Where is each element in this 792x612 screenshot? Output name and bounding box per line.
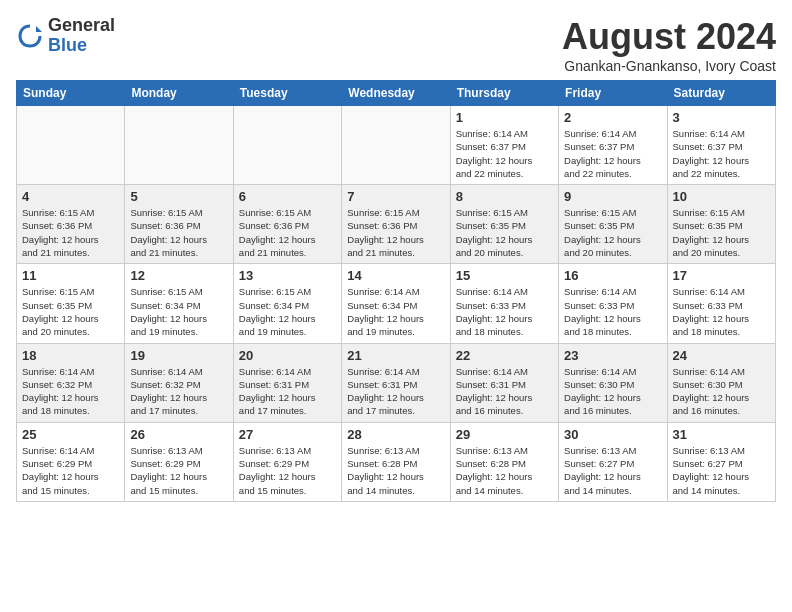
day-info: Sunrise: 6:13 AM Sunset: 6:29 PM Dayligh… bbox=[130, 444, 227, 497]
logo-text: General Blue bbox=[48, 16, 115, 56]
logo-icon bbox=[16, 22, 44, 50]
calendar-week-row: 11Sunrise: 6:15 AM Sunset: 6:35 PM Dayli… bbox=[17, 264, 776, 343]
day-number: 18 bbox=[22, 348, 119, 363]
weekday-header-wednesday: Wednesday bbox=[342, 81, 450, 106]
day-info: Sunrise: 6:15 AM Sunset: 6:35 PM Dayligh… bbox=[673, 206, 770, 259]
day-number: 10 bbox=[673, 189, 770, 204]
calendar-week-row: 25Sunrise: 6:14 AM Sunset: 6:29 PM Dayli… bbox=[17, 422, 776, 501]
calendar-cell: 20Sunrise: 6:14 AM Sunset: 6:31 PM Dayli… bbox=[233, 343, 341, 422]
calendar-cell: 30Sunrise: 6:13 AM Sunset: 6:27 PM Dayli… bbox=[559, 422, 667, 501]
calendar-week-row: 4Sunrise: 6:15 AM Sunset: 6:36 PM Daylig… bbox=[17, 185, 776, 264]
day-number: 5 bbox=[130, 189, 227, 204]
calendar-cell: 23Sunrise: 6:14 AM Sunset: 6:30 PM Dayli… bbox=[559, 343, 667, 422]
calendar-cell: 26Sunrise: 6:13 AM Sunset: 6:29 PM Dayli… bbox=[125, 422, 233, 501]
day-number: 25 bbox=[22, 427, 119, 442]
calendar-cell: 6Sunrise: 6:15 AM Sunset: 6:36 PM Daylig… bbox=[233, 185, 341, 264]
day-number: 24 bbox=[673, 348, 770, 363]
day-number: 15 bbox=[456, 268, 553, 283]
logo-blue: Blue bbox=[48, 36, 115, 56]
day-info: Sunrise: 6:14 AM Sunset: 6:32 PM Dayligh… bbox=[130, 365, 227, 418]
day-info: Sunrise: 6:14 AM Sunset: 6:30 PM Dayligh… bbox=[564, 365, 661, 418]
calendar-cell: 12Sunrise: 6:15 AM Sunset: 6:34 PM Dayli… bbox=[125, 264, 233, 343]
day-info: Sunrise: 6:14 AM Sunset: 6:32 PM Dayligh… bbox=[22, 365, 119, 418]
day-number: 2 bbox=[564, 110, 661, 125]
weekday-header-thursday: Thursday bbox=[450, 81, 558, 106]
calendar-cell bbox=[125, 106, 233, 185]
calendar-cell: 11Sunrise: 6:15 AM Sunset: 6:35 PM Dayli… bbox=[17, 264, 125, 343]
weekday-header-monday: Monday bbox=[125, 81, 233, 106]
day-info: Sunrise: 6:13 AM Sunset: 6:28 PM Dayligh… bbox=[347, 444, 444, 497]
calendar-cell: 18Sunrise: 6:14 AM Sunset: 6:32 PM Dayli… bbox=[17, 343, 125, 422]
day-info: Sunrise: 6:15 AM Sunset: 6:36 PM Dayligh… bbox=[22, 206, 119, 259]
weekday-header-saturday: Saturday bbox=[667, 81, 775, 106]
calendar-cell: 27Sunrise: 6:13 AM Sunset: 6:29 PM Dayli… bbox=[233, 422, 341, 501]
location-subtitle: Gnankan-Gnankanso, Ivory Coast bbox=[562, 58, 776, 74]
header: General Blue August 2024 Gnankan-Gnankan… bbox=[16, 16, 776, 74]
calendar-cell: 15Sunrise: 6:14 AM Sunset: 6:33 PM Dayli… bbox=[450, 264, 558, 343]
day-number: 20 bbox=[239, 348, 336, 363]
calendar-cell: 21Sunrise: 6:14 AM Sunset: 6:31 PM Dayli… bbox=[342, 343, 450, 422]
day-info: Sunrise: 6:14 AM Sunset: 6:34 PM Dayligh… bbox=[347, 285, 444, 338]
calendar-cell: 9Sunrise: 6:15 AM Sunset: 6:35 PM Daylig… bbox=[559, 185, 667, 264]
day-number: 14 bbox=[347, 268, 444, 283]
logo: General Blue bbox=[16, 16, 115, 56]
calendar-cell: 10Sunrise: 6:15 AM Sunset: 6:35 PM Dayli… bbox=[667, 185, 775, 264]
day-info: Sunrise: 6:14 AM Sunset: 6:37 PM Dayligh… bbox=[564, 127, 661, 180]
calendar-cell bbox=[342, 106, 450, 185]
calendar-cell: 24Sunrise: 6:14 AM Sunset: 6:30 PM Dayli… bbox=[667, 343, 775, 422]
weekday-header-sunday: Sunday bbox=[17, 81, 125, 106]
day-number: 19 bbox=[130, 348, 227, 363]
calendar-cell: 16Sunrise: 6:14 AM Sunset: 6:33 PM Dayli… bbox=[559, 264, 667, 343]
day-info: Sunrise: 6:15 AM Sunset: 6:34 PM Dayligh… bbox=[239, 285, 336, 338]
calendar-cell bbox=[233, 106, 341, 185]
calendar-cell bbox=[17, 106, 125, 185]
day-number: 7 bbox=[347, 189, 444, 204]
day-info: Sunrise: 6:13 AM Sunset: 6:27 PM Dayligh… bbox=[673, 444, 770, 497]
day-number: 17 bbox=[673, 268, 770, 283]
day-info: Sunrise: 6:14 AM Sunset: 6:33 PM Dayligh… bbox=[673, 285, 770, 338]
day-number: 23 bbox=[564, 348, 661, 363]
day-info: Sunrise: 6:14 AM Sunset: 6:30 PM Dayligh… bbox=[673, 365, 770, 418]
day-info: Sunrise: 6:15 AM Sunset: 6:35 PM Dayligh… bbox=[22, 285, 119, 338]
calendar-cell: 3Sunrise: 6:14 AM Sunset: 6:37 PM Daylig… bbox=[667, 106, 775, 185]
day-number: 12 bbox=[130, 268, 227, 283]
calendar-week-row: 18Sunrise: 6:14 AM Sunset: 6:32 PM Dayli… bbox=[17, 343, 776, 422]
day-number: 16 bbox=[564, 268, 661, 283]
day-info: Sunrise: 6:15 AM Sunset: 6:34 PM Dayligh… bbox=[130, 285, 227, 338]
day-info: Sunrise: 6:14 AM Sunset: 6:29 PM Dayligh… bbox=[22, 444, 119, 497]
calendar-cell: 29Sunrise: 6:13 AM Sunset: 6:28 PM Dayli… bbox=[450, 422, 558, 501]
logo-general: General bbox=[48, 16, 115, 36]
day-info: Sunrise: 6:14 AM Sunset: 6:31 PM Dayligh… bbox=[456, 365, 553, 418]
calendar-cell: 17Sunrise: 6:14 AM Sunset: 6:33 PM Dayli… bbox=[667, 264, 775, 343]
calendar-week-row: 1Sunrise: 6:14 AM Sunset: 6:37 PM Daylig… bbox=[17, 106, 776, 185]
day-number: 6 bbox=[239, 189, 336, 204]
day-info: Sunrise: 6:15 AM Sunset: 6:36 PM Dayligh… bbox=[130, 206, 227, 259]
day-info: Sunrise: 6:15 AM Sunset: 6:36 PM Dayligh… bbox=[239, 206, 336, 259]
day-number: 30 bbox=[564, 427, 661, 442]
calendar-cell: 19Sunrise: 6:14 AM Sunset: 6:32 PM Dayli… bbox=[125, 343, 233, 422]
day-info: Sunrise: 6:14 AM Sunset: 6:37 PM Dayligh… bbox=[456, 127, 553, 180]
calendar-cell: 31Sunrise: 6:13 AM Sunset: 6:27 PM Dayli… bbox=[667, 422, 775, 501]
day-info: Sunrise: 6:13 AM Sunset: 6:27 PM Dayligh… bbox=[564, 444, 661, 497]
day-number: 9 bbox=[564, 189, 661, 204]
day-info: Sunrise: 6:15 AM Sunset: 6:35 PM Dayligh… bbox=[564, 206, 661, 259]
calendar-cell: 13Sunrise: 6:15 AM Sunset: 6:34 PM Dayli… bbox=[233, 264, 341, 343]
calendar-cell: 8Sunrise: 6:15 AM Sunset: 6:35 PM Daylig… bbox=[450, 185, 558, 264]
calendar-cell: 22Sunrise: 6:14 AM Sunset: 6:31 PM Dayli… bbox=[450, 343, 558, 422]
weekday-header-row: SundayMondayTuesdayWednesdayThursdayFrid… bbox=[17, 81, 776, 106]
weekday-header-tuesday: Tuesday bbox=[233, 81, 341, 106]
day-info: Sunrise: 6:15 AM Sunset: 6:35 PM Dayligh… bbox=[456, 206, 553, 259]
day-info: Sunrise: 6:14 AM Sunset: 6:33 PM Dayligh… bbox=[564, 285, 661, 338]
day-info: Sunrise: 6:14 AM Sunset: 6:37 PM Dayligh… bbox=[673, 127, 770, 180]
calendar-table: SundayMondayTuesdayWednesdayThursdayFrid… bbox=[16, 80, 776, 502]
day-number: 11 bbox=[22, 268, 119, 283]
day-number: 8 bbox=[456, 189, 553, 204]
calendar-cell: 2Sunrise: 6:14 AM Sunset: 6:37 PM Daylig… bbox=[559, 106, 667, 185]
day-number: 29 bbox=[456, 427, 553, 442]
day-number: 21 bbox=[347, 348, 444, 363]
day-number: 31 bbox=[673, 427, 770, 442]
day-number: 1 bbox=[456, 110, 553, 125]
calendar-cell: 4Sunrise: 6:15 AM Sunset: 6:36 PM Daylig… bbox=[17, 185, 125, 264]
day-info: Sunrise: 6:14 AM Sunset: 6:31 PM Dayligh… bbox=[239, 365, 336, 418]
day-info: Sunrise: 6:13 AM Sunset: 6:28 PM Dayligh… bbox=[456, 444, 553, 497]
